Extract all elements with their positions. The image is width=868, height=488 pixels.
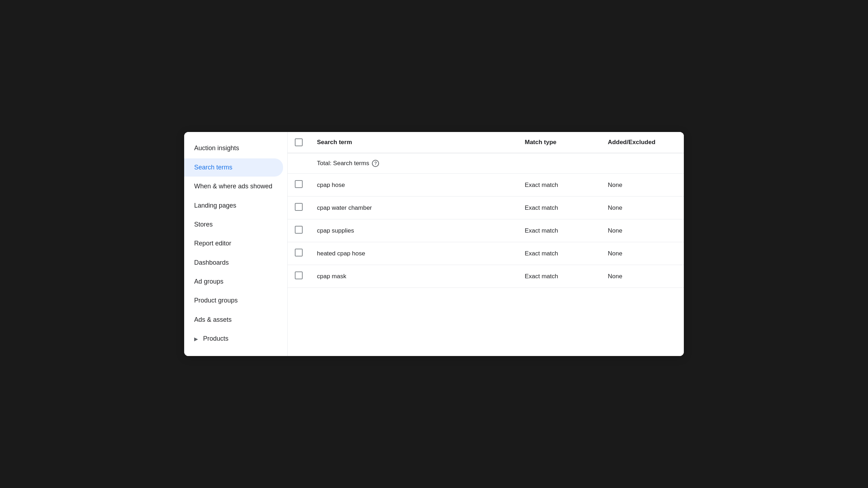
sidebar-item-label: Dashboards <box>194 259 229 267</box>
chevron-icon: ▶ <box>194 336 198 342</box>
row-added-excluded: None <box>601 265 684 288</box>
table-row: cpap water chamberExact matchNone <box>288 197 684 219</box>
sidebar-item-label: Auction insights <box>194 144 239 152</box>
row-search-term: cpap supplies <box>310 219 518 242</box>
main-content: Search term Match type Added/Excluded <box>288 132 684 356</box>
sidebar-item-landing-pages[interactable]: Landing pages <box>184 197 283 215</box>
sidebar-item-label: Search terms <box>194 163 232 172</box>
total-added-excluded-cell <box>601 153 684 174</box>
sidebar-item-ad-groups[interactable]: Ad groups <box>184 273 283 291</box>
added-excluded-header-label: Added/Excluded <box>608 139 655 146</box>
sidebar-item-products[interactable]: ▶Products <box>184 330 283 348</box>
table-row: cpap hoseExact matchNone <box>288 174 684 197</box>
row-match-type: Exact match <box>518 219 601 242</box>
row-checkbox-cell <box>288 219 310 242</box>
sidebar-item-when-where[interactable]: When & where ads showed <box>184 177 283 195</box>
row-checkbox-cell <box>288 242 310 265</box>
sidebar-item-label: Products <box>203 335 228 343</box>
sidebar-item-label: Ad groups <box>194 278 223 286</box>
row-checkbox-5[interactable] <box>295 271 303 279</box>
header-checkbox-cell <box>288 132 310 153</box>
row-match-type: Exact match <box>518 197 601 219</box>
header-search-term: Search term <box>310 132 518 153</box>
sidebar-item-auction-insights[interactable]: Auction insights <box>184 139 283 157</box>
row-checkbox-cell <box>288 265 310 288</box>
table-row: heated cpap hoseExact matchNone <box>288 242 684 265</box>
row-added-excluded: None <box>601 197 684 219</box>
sidebar-item-product-groups[interactable]: Product groups <box>184 291 283 310</box>
main-container: Auction insightsSearch termsWhen & where… <box>184 132 684 356</box>
sidebar-item-label: Landing pages <box>194 202 236 210</box>
sidebar-item-report-editor[interactable]: Report editor <box>184 234 283 253</box>
row-added-excluded: None <box>601 219 684 242</box>
sidebar-item-label: Ads & assets <box>194 316 232 324</box>
total-row-label: Total: Search terms <box>317 160 369 167</box>
sidebar-item-ads-assets[interactable]: Ads & assets <box>184 311 283 329</box>
sidebar-item-stores[interactable]: Stores <box>184 215 283 234</box>
sidebar-item-dashboards[interactable]: Dashboards <box>184 254 283 272</box>
row-search-term: heated cpap hose <box>310 242 518 265</box>
row-checkbox-1[interactable] <box>295 180 303 188</box>
row-checkbox-2[interactable] <box>295 203 303 211</box>
row-search-term: cpap water chamber <box>310 197 518 219</box>
table-row: cpap suppliesExact matchNone <box>288 219 684 242</box>
table-header-row: Search term Match type Added/Excluded <box>288 132 684 153</box>
header-match-type: Match type <box>518 132 601 153</box>
row-match-type: Exact match <box>518 242 601 265</box>
total-row: Total: Search terms ? <box>288 153 684 174</box>
sidebar-item-label: Report editor <box>194 239 231 248</box>
sidebar-item-label: Product groups <box>194 296 238 305</box>
header-added-excluded: Added/Excluded <box>601 132 684 153</box>
match-type-header-label: Match type <box>525 139 556 146</box>
row-checkbox-4[interactable] <box>295 249 303 256</box>
row-added-excluded: None <box>601 174 684 197</box>
row-added-excluded: None <box>601 242 684 265</box>
row-match-type: Exact match <box>518 174 601 197</box>
table-row: cpap maskExact matchNone <box>288 265 684 288</box>
search-term-header-label: Search term <box>317 139 352 146</box>
header-checkbox[interactable] <box>295 138 303 146</box>
row-checkbox-cell <box>288 197 310 219</box>
total-match-type-cell <box>518 153 601 174</box>
row-match-type: Exact match <box>518 265 601 288</box>
row-checkbox-cell <box>288 174 310 197</box>
total-label-cell: Total: Search terms ? <box>310 153 518 174</box>
sidebar-item-label: When & where ads showed <box>194 182 272 190</box>
total-checkbox-cell <box>288 153 310 174</box>
row-search-term: cpap hose <box>310 174 518 197</box>
row-checkbox-3[interactable] <box>295 226 303 234</box>
sidebar: Auction insightsSearch termsWhen & where… <box>184 132 288 356</box>
search-terms-table: Search term Match type Added/Excluded <box>288 132 684 288</box>
sidebar-item-label: Stores <box>194 220 213 229</box>
help-icon[interactable]: ? <box>372 160 379 167</box>
row-search-term: cpap mask <box>310 265 518 288</box>
sidebar-item-search-terms[interactable]: Search terms <box>184 158 283 177</box>
